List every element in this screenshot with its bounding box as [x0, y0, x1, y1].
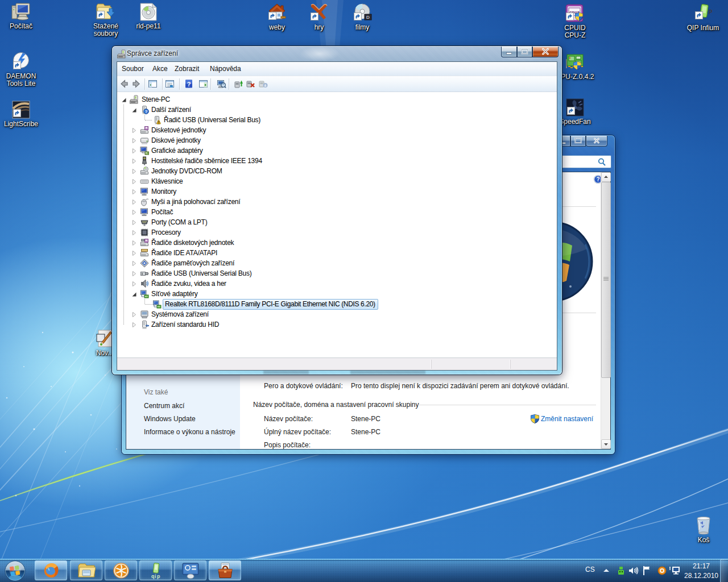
svg-text:p: p: [157, 573, 160, 579]
svg-text:D: D: [366, 15, 370, 20]
svg-text:?: ?: [596, 176, 599, 182]
svg-text:?: ?: [187, 81, 191, 88]
svg-text:q: q: [151, 573, 155, 579]
svg-text:P: P: [709, 9, 713, 15]
svg-text:i: i: [155, 573, 156, 579]
